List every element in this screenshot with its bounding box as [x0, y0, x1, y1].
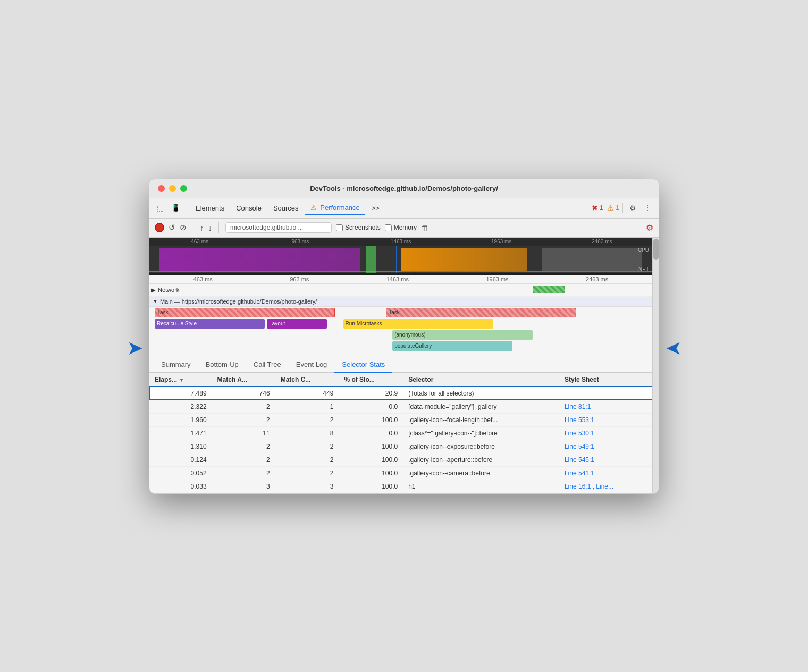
task-block-1[interactable]: Task	[155, 308, 335, 317]
col-pct-slow[interactable]: % of Slo...	[339, 373, 403, 387]
tab-elements[interactable]: Elements	[190, 202, 230, 214]
table-cell: 8	[275, 426, 339, 440]
table-cell[interactable]: Line 545:1	[559, 453, 652, 466]
sort-icon: ▼	[179, 377, 184, 383]
left-arrow: ➤	[128, 338, 142, 358]
spacer7	[152, 341, 392, 352]
zoomed-mark-5: 2463 ms	[586, 276, 608, 282]
table-row[interactable]: 1.96022100.0.gallery-icon--focal-length:…	[149, 413, 652, 426]
upload-icon[interactable]: ↑	[200, 223, 204, 232]
inspect-icon[interactable]: ⬚	[154, 201, 167, 214]
stylesheet-link[interactable]: Line 549:1	[565, 443, 594, 450]
table-row[interactable]: 2.322210.0[data-module="gallery"] .galle…	[149, 400, 652, 413]
tab-summary[interactable]: Summary	[154, 357, 198, 373]
table-cell[interactable]: Line 16:1 , Line...	[559, 480, 652, 493]
tab-performance[interactable]: ⚠ Performance	[305, 201, 365, 215]
table-header: Elaps... ▼ Match A... Match C... % of Sl…	[149, 373, 652, 387]
scrollbar[interactable]	[652, 238, 659, 493]
populate-block[interactable]: populateGallery	[392, 341, 512, 351]
table-row[interactable]: 0.12422100.0.gallery-icon--aperture::bef…	[149, 453, 652, 466]
table-cell[interactable]: Line 530:1	[559, 426, 652, 440]
warning-icon: ⚠	[607, 204, 614, 212]
tab-console[interactable]: Console	[231, 202, 267, 214]
tab-event-log[interactable]: Event Log	[289, 357, 335, 373]
tab-bottom-up[interactable]: Bottom-Up	[198, 357, 246, 373]
cpu-green-spike	[366, 246, 376, 273]
zoomed-ruler: 463 ms 963 ms 1463 ms 1963 ms 2463 ms	[149, 275, 652, 284]
stylesheet-link[interactable]: Line 553:1	[565, 416, 594, 424]
clear-icon[interactable]: ⊘	[180, 223, 187, 232]
cpu-graph: CPU NET	[149, 246, 652, 273]
table-row[interactable]: 1.4711180.0[class*=" gallery-icon--"]::b…	[149, 426, 652, 440]
screenshots-checkbox-label[interactable]: Screenshots	[336, 224, 381, 231]
ruler-mark-3: 1463 ms	[350, 239, 451, 245]
col-elapsed[interactable]: Elaps... ▼	[149, 373, 212, 387]
table-row[interactable]: 1.31022100.0.gallery-icon--exposure::bef…	[149, 440, 652, 453]
table-cell[interactable]: Line 81:1	[559, 400, 652, 413]
stylesheet-link[interactable]: Line 81:1	[565, 403, 591, 410]
recalc-block[interactable]: Recalcu...e Style	[155, 319, 265, 329]
tab-call-tree[interactable]: Call Tree	[246, 357, 289, 373]
error-count: 1	[600, 204, 603, 212]
right-arrow: ➤	[666, 338, 680, 358]
table-row[interactable]: 7.48974644920.9(Totals for all selectors…	[149, 387, 652, 400]
selector-stats-table: Elaps... ▼ Match A... Match C... % of Sl…	[149, 373, 652, 493]
settings-icon[interactable]: ⚙	[626, 201, 639, 214]
stylesheet-link[interactable]: Line 530:1	[565, 430, 594, 437]
record-button[interactable]	[155, 223, 164, 232]
col-match-a[interactable]: Match A...	[212, 373, 275, 387]
col-selector[interactable]: Selector	[403, 373, 559, 387]
table-cell: 0.033	[149, 480, 212, 493]
tab-more[interactable]: >>	[366, 202, 385, 214]
main-content-area: 463 ms 963 ms 1463 ms 1963 ms 2463 ms	[149, 238, 659, 493]
secondary-toolbar: ↺ ⊘ ↑ ↓ microsoftedge.github.io ... Scre…	[149, 219, 659, 238]
spacer4	[265, 319, 266, 330]
table-cell[interactable]: Line 549:1	[559, 440, 652, 453]
screenshots-checkbox[interactable]	[336, 224, 343, 231]
screenshots-label: Screenshots	[345, 224, 381, 231]
clean-icon[interactable]: 🗑	[421, 223, 429, 232]
col-elapsed-label: Elaps...	[155, 376, 177, 383]
maximize-button[interactable]	[180, 185, 187, 192]
layout-block[interactable]: Layout	[267, 319, 327, 329]
run-micro-block[interactable]: Run Microtasks	[343, 319, 494, 329]
table-cell: 100.0	[339, 453, 403, 466]
main-toolbar: ⬚ 📱 Elements Console Sources ⚠ Performan…	[149, 198, 659, 219]
url-field[interactable]: microsoftedge.github.io ...	[225, 222, 332, 233]
col-match-c[interactable]: Match C...	[275, 373, 339, 387]
stylesheet-link[interactable]: Line 541:1	[565, 469, 594, 477]
device-icon[interactable]: 📱	[168, 201, 183, 214]
flame-row-2: Recalcu...e Style Layout Run Microtasks	[149, 319, 652, 330]
mini-ruler: 463 ms 963 ms 1463 ms 1963 ms 2463 ms	[149, 238, 652, 246]
download-icon[interactable]: ↓	[208, 223, 213, 232]
anon-block[interactable]: (anonymous)	[392, 330, 533, 340]
tab-selector-stats[interactable]: Selector Stats	[334, 357, 392, 373]
perf-settings-icon[interactable]: ⚙	[646, 223, 653, 233]
main-expand-icon[interactable]: ▼	[153, 298, 158, 304]
table-row[interactable]: 0.05222100.0.gallery-icon--camera::befor…	[149, 466, 652, 480]
network-expand-icon[interactable]: ▶	[152, 287, 156, 293]
mini-timeline[interactable]: 463 ms 963 ms 1463 ms 1963 ms 2463 ms	[149, 238, 652, 275]
spacer6	[152, 330, 392, 341]
scrollbar-thumb[interactable]	[653, 239, 659, 260]
main-label-text: Main — https://microsoftedge.github.io/D…	[160, 298, 317, 305]
spacer2	[335, 308, 385, 318]
close-button[interactable]	[158, 185, 165, 192]
memory-checkbox[interactable]	[385, 224, 392, 231]
reload-icon[interactable]: ↺	[169, 223, 175, 232]
table-cell[interactable]: Line 553:1	[559, 413, 652, 426]
error-badge: ✖ 1	[592, 204, 603, 212]
table-container[interactable]: Elaps... ▼ Match A... Match C... % of Sl…	[149, 373, 652, 493]
tab-sources[interactable]: Sources	[268, 202, 304, 214]
task-block-2[interactable]: Task	[386, 308, 576, 317]
col-stylesheet[interactable]: Style Sheet	[559, 373, 652, 387]
minimize-button[interactable]	[169, 185, 176, 192]
more-icon[interactable]: ⋮	[641, 201, 654, 214]
stylesheet-link[interactable]: Line 545:1	[565, 456, 594, 464]
stylesheet-link[interactable]: Line 16:1 , Line...	[565, 483, 613, 490]
memory-checkbox-label[interactable]: Memory	[385, 224, 417, 231]
spacer5	[327, 319, 342, 330]
table-row[interactable]: 0.03333100.0h1Line 16:1 , Line...	[149, 480, 652, 493]
table-cell[interactable]: Line 541:1	[559, 466, 652, 480]
flame-row-1: Task Task	[149, 308, 652, 318]
